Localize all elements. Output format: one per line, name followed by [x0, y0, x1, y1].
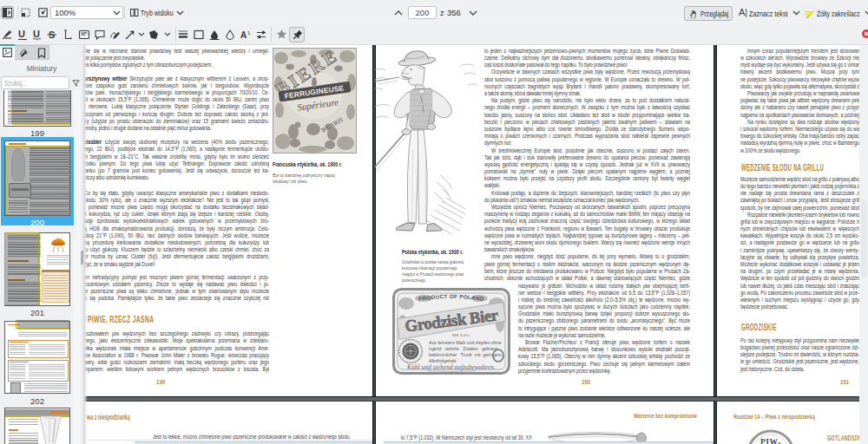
svg-text:bekömmlicher Trunk mit ger: bekömmlicher Trunk mit geringem: [429, 352, 502, 357]
svg-text:U: U: [18, 29, 25, 39]
svg-text:Aus feinstem Malz und Hopfen o: Aus feinstem Malz und Hopfen ohne: [429, 340, 502, 345]
svg-text:A: A: [240, 30, 247, 40]
svg-text:irgend welche Zutaten ge: irgend welche Zutaten gebraut,: [429, 346, 498, 351]
svg-text:Kühl und stehend aufzubewahren: Kühl und stehend aufzubewahren.: [406, 363, 496, 371]
svg-text:PIWv: PIWv: [760, 438, 782, 444]
svg-text:INH. 0,33 L.: INH. 0,33 L.: [451, 333, 470, 337]
svg-text:U: U: [33, 29, 40, 39]
svg-text:1: 1: [247, 30, 251, 36]
